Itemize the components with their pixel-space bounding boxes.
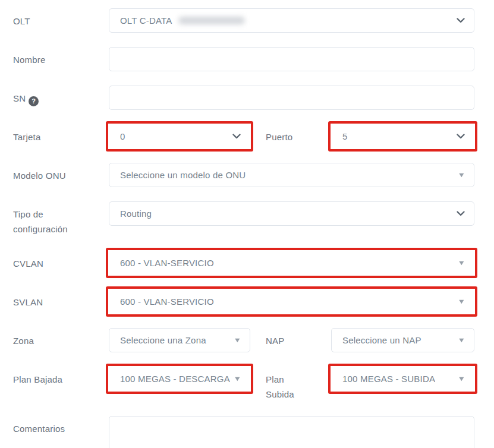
puerto-highlight-outline: 5 [328,121,477,152]
plan-subida-selected-value: 100 MEGAS - SUBIDA [342,374,435,384]
triangle-down-icon: ▼ [234,337,242,343]
olt-label: OLT [13,8,109,29]
tarjeta-selected-value: 0 [120,131,125,141]
form-row-nombre: Nombre [13,47,474,71]
triangle-down-icon: ▼ [458,260,466,266]
zona-label: Zona [13,328,109,348]
svlan-highlight-outline: 600 - VLAN-SERVICIO ▼ [106,286,477,317]
nombre-label-text: Nombre [13,55,46,65]
onu-authorization-form: OLT OLT C-DATA Nombre SN? Tarjeta [0,0,494,448]
svlan-select[interactable]: 600 - VLAN-SERVICIO ▼ [109,289,474,314]
olt-select[interactable]: OLT C-DATA [109,8,474,33]
sn-input[interactable] [109,86,474,110]
plan-bajada-selected-value: 100 MEGAS - DESCARGA [120,374,230,384]
modelo-onu-label-text: Modelo ONU [13,171,66,181]
form-row-cvlan: CVLAN 600 - VLAN-SERVICIO ▼ [13,251,474,275]
form-row-zona-nap: Zona Seleccione una Zona ▼ NAP Seleccion… [13,328,474,352]
triangle-down-icon: ▼ [234,376,242,382]
tipo-configuracion-select[interactable]: Routing [109,201,474,226]
triangle-down-icon: ▼ [458,298,466,305]
sn-label-text: SN [13,93,26,103]
form-row-svlan: SVLAN 600 - VLAN-SERVICIO ▼ [13,289,474,314]
tipo-configuracion-label: Tipo de configuración [13,201,109,236]
plan-bajada-highlight-outline: 100 MEGAS - DESCARGA ▼ [106,364,253,394]
redacted-ip-blur [178,17,245,24]
nap-label-text: NAP [266,336,284,346]
chevron-down-icon [457,211,465,216]
olt-selected-value: OLT C-DATA [120,15,172,26]
cvlan-highlight-outline: 600 - VLAN-SERVICIO ▼ [106,248,477,278]
triangle-down-icon: ▼ [458,337,466,343]
chevron-down-icon [457,134,465,139]
comentarios-textarea[interactable] [109,416,474,448]
nap-select[interactable]: Seleccione un NAP ▼ [331,328,474,352]
olt-label-text: OLT [13,16,30,26]
form-row-comentarios: Comentarios [13,416,474,448]
cvlan-selected-value: 600 - VLAN-SERVICIO [120,258,214,268]
form-row-planes: Plan Bajada 100 MEGAS - DESCARGA ▼ Plan … [13,367,474,402]
zona-label-text: Zona [13,336,34,346]
chevron-down-icon [457,18,465,23]
plan-bajada-label-text: Plan Bajada [13,374,62,384]
plan-bajada-label: Plan Bajada [13,367,109,387]
cvlan-label: CVLAN [13,251,109,271]
modelo-onu-label: Modelo ONU [13,163,109,183]
nap-label: NAP [250,328,331,348]
help-question-icon[interactable]: ? [29,96,39,106]
sn-label: SN? [13,86,109,106]
tipo-configuracion-label-text: Tipo de configuración [13,209,68,234]
modelo-onu-selected-value: Seleccione un modelo de ONU [120,170,246,180]
tarjeta-label: Tarjeta [13,124,109,144]
nap-selected-value: Seleccione un NAP [342,335,421,345]
plan-subida-select[interactable]: 100 MEGAS - SUBIDA ▼ [331,367,474,391]
zona-select[interactable]: Seleccione una Zona ▼ [109,328,250,352]
nombre-label: Nombre [13,47,109,67]
form-row-tarjeta-puerto: Tarjeta 0 Puerto 5 [13,124,474,149]
tarjeta-label-text: Tarjeta [13,132,40,142]
cvlan-select[interactable]: 600 - VLAN-SERVICIO ▼ [109,251,474,275]
plan-subida-label-text: Plan Subida [266,374,294,399]
triangle-down-icon: ▼ [458,376,466,382]
form-row-modelo-onu: Modelo ONU Seleccione un modelo de ONU ▼ [13,163,474,187]
plan-subida-label: Plan Subida [250,367,331,402]
chevron-down-icon [232,134,241,139]
puerto-selected-value: 5 [342,131,348,141]
cvlan-label-text: CVLAN [13,258,43,269]
form-row-tipo-configuracion: Tipo de configuración Routing [13,201,474,236]
svlan-label-text: SVLAN [13,297,43,307]
triangle-down-icon: ▼ [458,172,466,178]
modelo-onu-select[interactable]: Seleccione un modelo de ONU ▼ [109,163,474,187]
plan-subida-highlight-outline: 100 MEGAS - SUBIDA ▼ [328,364,477,394]
comentarios-label: Comentarios [13,416,109,436]
puerto-select[interactable]: 5 [331,124,474,149]
plan-bajada-select[interactable]: 100 MEGAS - DESCARGA ▼ [109,367,250,391]
tarjeta-select[interactable]: 0 [109,124,250,149]
puerto-label-text: Puerto [266,132,292,142]
form-row-sn: SN? [13,86,474,110]
tipo-configuracion-selected-value: Routing [120,209,152,219]
form-row-olt: OLT OLT C-DATA [13,8,474,33]
comentarios-label-text: Comentarios [13,424,65,434]
svlan-label: SVLAN [13,289,109,310]
svlan-selected-value: 600 - VLAN-SERVICIO [120,296,214,307]
nombre-input[interactable] [109,47,474,71]
zona-selected-value: Seleccione una Zona [120,335,206,345]
tarjeta-highlight-outline: 0 [106,121,253,152]
puerto-label: Puerto [250,124,331,144]
